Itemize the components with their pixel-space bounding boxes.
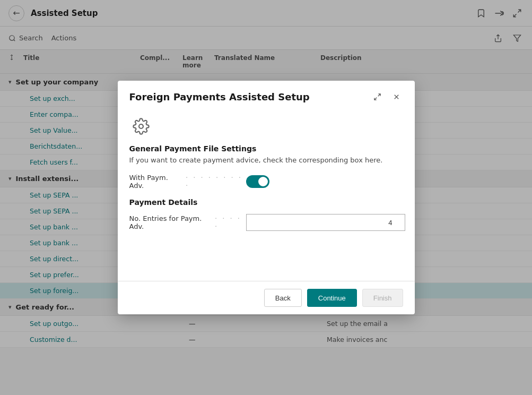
toggle-thumb — [258, 177, 268, 186]
back-button[interactable]: Back — [264, 289, 302, 307]
no-entries-input[interactable] — [246, 214, 405, 231]
svg-point-5 — [139, 124, 143, 128]
payment-details-section: Payment Details No. Entries for Paym. Ad… — [129, 198, 403, 231]
no-entries-label: No. Entries for Paym. Adv. · · · · · — [129, 214, 246, 230]
general-settings-desc: If you want to create payment advice, ch… — [129, 156, 403, 164]
dialog-footer: Back Continue Finish — [118, 281, 415, 314]
dialog-title: Foreign Payments Assisted Setup — [129, 91, 310, 102]
dialog-close-button[interactable] — [390, 90, 403, 103]
dialog: Foreign Payments Assisted Setup General … — [118, 81, 415, 314]
general-settings-title: General Payment File Settings — [129, 144, 403, 153]
with-paym-adv-row: With Paym. Adv. · · · · · · · · · — [129, 174, 403, 190]
dialog-header: Foreign Payments Assisted Setup — [118, 81, 415, 110]
dialog-header-icons — [371, 90, 403, 103]
toggle-switch[interactable] — [246, 175, 269, 188]
no-entries-row: No. Entries for Paym. Adv. · · · · · — [129, 214, 403, 231]
with-paym-adv-toggle[interactable] — [246, 175, 403, 188]
modal-overlay: Foreign Payments Assisted Setup General … — [0, 0, 532, 395]
with-paym-adv-label: With Paym. Adv. · · · · · · · · · — [129, 174, 246, 190]
gear-icon — [129, 115, 153, 138]
dialog-expand-button[interactable] — [371, 90, 384, 103]
dialog-body: General Payment File Settings If you wan… — [118, 110, 415, 281]
finish-button: Finish — [362, 289, 403, 307]
continue-button[interactable]: Continue — [307, 289, 357, 307]
no-entries-input-wrap — [246, 214, 405, 231]
payment-details-title: Payment Details — [129, 198, 403, 207]
